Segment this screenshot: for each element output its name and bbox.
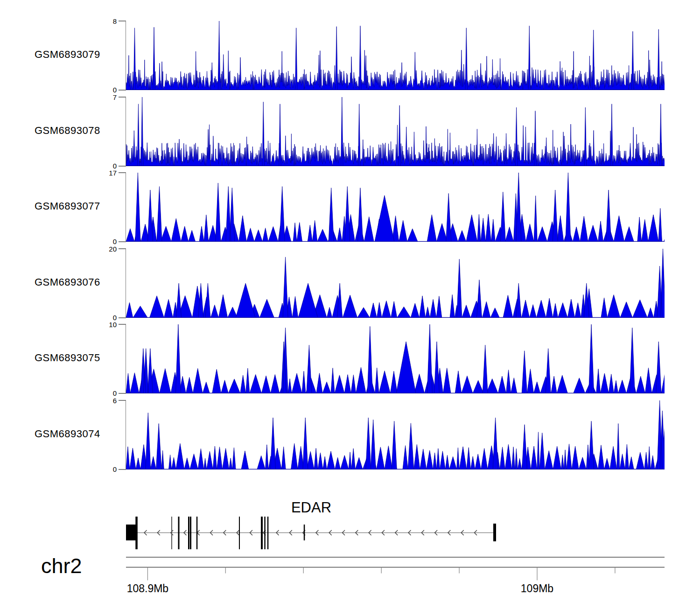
exon-bar [493, 524, 496, 541]
exon-bar [239, 517, 240, 549]
y-axis-bottom-tick [119, 317, 126, 318]
track-label: GSM6893079 [35, 49, 100, 61]
genome-browser-figure: GSM6893079 8 0 GSM6893078 7 0 GSM6893077… [0, 0, 700, 616]
y-axis-bottom-tick [119, 469, 126, 470]
exon-bar [267, 517, 269, 549]
y-axis-top-tick [119, 21, 126, 21]
coverage-track-gsm6893076: GSM6893076 20 0 [0, 249, 700, 318]
signal-area [126, 194, 665, 242]
coverage-track-gsm6893077: GSM6893077 17 0 [0, 173, 700, 242]
ruler-tick-label: 108.9Mb [127, 582, 169, 595]
exon-bar [171, 517, 172, 549]
y-axis-max-label: 8 [79, 17, 117, 25]
y-axis-top-tick [119, 172, 126, 173]
exon-bar [196, 517, 198, 549]
gene-and-ruler-panel: EDAR108.9Mb109Mbchr2 [0, 485, 700, 607]
y-axis-top-tick [119, 400, 126, 401]
track-label: GSM6893077 [35, 200, 100, 212]
y-axis-max-label: 10 [79, 321, 117, 329]
coverage-signal [126, 400, 665, 469]
track-label: GSM6893078 [35, 125, 100, 137]
y-axis-max-label: 6 [79, 397, 117, 405]
coverage-signal [126, 249, 665, 318]
y-axis-max-label: 7 [79, 93, 117, 101]
coverage-signal [126, 21, 665, 90]
signal-area [126, 124, 665, 166]
chromosome-label: chr2 [41, 554, 82, 578]
exon-bar [190, 517, 191, 549]
y-axis-min-label: 0 [79, 86, 117, 94]
y-axis-max-label: 20 [79, 245, 117, 253]
y-axis-bottom-tick [119, 166, 126, 167]
exon-box-first [126, 525, 137, 540]
y-axis-top-tick [119, 324, 126, 325]
y-axis-min-label: 0 [79, 238, 117, 245]
signal-area [126, 50, 665, 90]
y-axis-top-tick [119, 248, 126, 249]
track-label: GSM6893076 [35, 276, 100, 288]
coverage-track-gsm6893075: GSM6893075 10 0 [0, 324, 700, 393]
exon-bar [178, 517, 180, 549]
exon-bar [135, 517, 138, 549]
y-axis-min-label: 0 [79, 389, 117, 397]
gene-name-label: EDAR [291, 499, 331, 516]
coverage-track-gsm6893079: GSM6893079 8 0 [0, 21, 700, 90]
y-axis-bottom-tick [119, 90, 126, 91]
coverage-signal [126, 97, 665, 166]
y-axis-bottom-tick [119, 241, 126, 242]
y-axis-min-label: 0 [79, 465, 117, 473]
y-axis-top-tick [119, 97, 126, 98]
track-label: GSM6893074 [35, 428, 100, 440]
y-axis-max-label: 17 [79, 169, 117, 177]
coverage-track-gsm6893078: GSM6893078 7 0 [0, 97, 700, 166]
exon-bar [264, 517, 266, 549]
coverage-signal [126, 173, 665, 242]
exon-bar [188, 517, 189, 549]
y-axis-bottom-tick [119, 393, 126, 394]
coverage-signal [126, 324, 665, 393]
coverage-track-gsm6893074: GSM6893074 6 0 [0, 400, 700, 469]
signal-area [126, 351, 665, 393]
ruler-tick-label: 109Mb [521, 582, 553, 595]
exon-bar [261, 517, 263, 549]
track-label: GSM6893075 [35, 352, 100, 364]
exon-bar [304, 525, 305, 540]
